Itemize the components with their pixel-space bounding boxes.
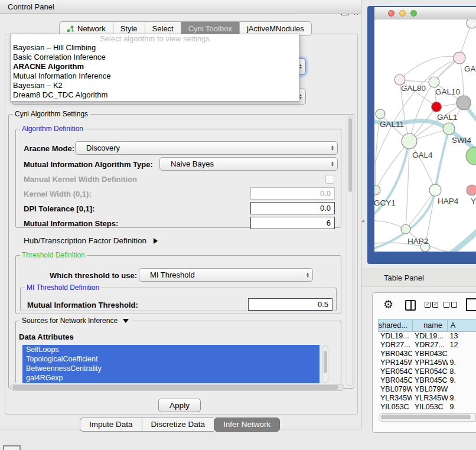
network-canvas[interactable]: GALGAL80GAL10GAL1GAL11SWI4GAL4GCY1HAP4YH… [374,19,476,252]
node-label-gal80: GAL80 [401,84,426,93]
tab-label: jActiveMNodules [247,24,304,33]
aracne-mode-combo[interactable]: Discovery ▲▼ [75,141,338,155]
table-cell: YDR27... [378,341,412,350]
attributes-scroll-thumb[interactable] [324,351,327,373]
algorithm-option-dream8-dc-tdc-algorithm[interactable]: Dream8 DC_TDC Algorithm [11,90,299,100]
network-node-labels: GALGAL80GAL10GAL1GAL11SWI4GAL4GCY1HAP4YH… [374,64,476,246]
threshold-definition-title: Threshold Definition [20,251,87,259]
table-row[interactable]: YER054CYER054C8. [378,367,476,376]
attribute-item-selfloops[interactable]: SelfLoops [22,345,319,354]
table-row[interactable]: YLR345WYLR345W9. [378,394,476,403]
manual-kernel-checkbox[interactable] [325,175,334,184]
combo-arrows-icon: ▲▼ [331,161,334,167]
network-node-hap2[interactable] [401,224,410,234]
algorithm-option-bayesian-k2[interactable]: Bayesian – K2 [11,81,299,90]
table-row[interactable]: YBR045CYBR045C9. [378,376,476,385]
column-header-shared[interactable]: shared... [378,319,412,332]
network-node-gal10[interactable] [429,77,439,87]
settings-horizontal-scrollbar[interactable] [10,384,344,391]
settings-vertical-scrollbar[interactable] [347,116,353,386]
network-window-titlebar[interactable] [374,7,476,20]
attribute-item-gal4rgexp[interactable]: gal4RGexp [22,373,319,383]
mi-threshold-title: MI Threshold Definition [25,283,101,292]
settings-scroll-thumb[interactable] [348,118,352,192]
bottom-tab-infer-network[interactable]: Infer Network [214,418,280,432]
control-panel-title: Control Panel [8,2,54,11]
table-row[interactable]: YBL079WYBL079W [378,385,476,394]
table-row[interactable]: YDL19...YDL19...13 [378,332,476,341]
zoom-traffic-light[interactable] [410,10,417,17]
document-icon[interactable] [466,298,476,311]
node-label-gal4: GAL4 [412,151,433,159]
gear-icon[interactable]: ⚙ [383,298,393,311]
which-threshold-combo[interactable]: MI Threshold ▲▼ [139,268,313,282]
mi-type-combo[interactable]: Naive Bayes ▲▼ [159,157,338,171]
sources-title[interactable]: Sources for Network Inference [20,317,131,325]
algorithm-options-list: Bayesian – Hill ClimbingBasic Correlatio… [11,43,299,100]
dpi-tolerance-field[interactable]: 0.0 [250,202,335,214]
table-cell: YLR345W [378,394,412,403]
kernel-width-field[interactable]: 0.0 [250,187,335,200]
table-cell: YBR045C [412,376,448,385]
column-header-a[interactable]: A [447,319,476,332]
table-row[interactable]: YDR27...YDR27...12 [378,341,476,350]
table-cell: YBR043C [412,350,448,358]
which-threshold-value: MI Threshold [145,270,195,279]
mi-threshold-label: Mutual Information Threshold: [27,301,138,309]
mi-threshold-field[interactable]: 0.5 [248,298,332,311]
network-node[interactable] [457,96,471,110]
control-panel-titlebar[interactable]: Control Panel [0,0,361,14]
network-node-hap4[interactable] [429,184,441,196]
algorithm-option-mutual-information-inference[interactable]: Mutual Information Inference [11,71,299,81]
network-node[interactable] [466,147,476,165]
table-row[interactable]: YPR145WYPR145W9. [378,358,476,367]
close-traffic-light[interactable] [388,10,395,17]
network-node-y[interactable] [467,185,476,195]
algorithm-option-aracne-algorithm[interactable]: ARACNE Algorithm [11,62,299,71]
select-all-checkboxes-icon[interactable]: ✓✓ [425,302,438,308]
mi-steps-field[interactable]: 6 [250,217,335,229]
column-header-name[interactable]: name [412,319,447,332]
settings-hscroll-thumb[interactable] [12,385,338,390]
table-cell: YBL079W [412,385,448,394]
table-cell: YDL19... [412,332,448,341]
table-cell: YDL19... [378,332,412,341]
splitter-arrow-icon[interactable]: ◂ [361,218,364,224]
network-node-gal4[interactable] [402,133,417,149]
attribute-item-betweennesscentrality[interactable]: BetweennessCentrality [22,364,319,373]
network-node-gcy1[interactable] [374,185,380,195]
table-cell: 12 [448,341,476,350]
network-node[interactable] [467,19,476,28]
attributes-scrollbar[interactable] [322,345,328,383]
algorithm-option-basic-correlation-inference[interactable]: Basic Correlation Inference [11,53,299,62]
bottom-tab-bar: Impute DataDiscretize DataInfer Network [80,418,280,431]
attribute-item-topologicalcoefficient[interactable]: TopologicalCoefficient [22,354,319,364]
combo-arrows-icon: ▲▼ [331,145,334,151]
tab-label: Style [120,24,138,33]
aracne-mode-label: Aracne Mode: [24,144,74,153]
table-row[interactable]: YIL053CYIL053C9. [378,403,476,410]
algorithm-dropdown-popup: Select algorithm to view settings Bayesi… [10,34,299,102]
network-node-gal[interactable] [454,52,465,64]
column-layout-icon[interactable] [405,300,416,311]
algorithm-option-bayesian-hill-climbing[interactable]: Bayesian – Hill Climbing [11,43,299,53]
bottom-tab-impute-data[interactable]: Impute Data [80,418,142,432]
table-row[interactable]: YBR043CYBR043C [378,350,476,358]
which-threshold-label: Which threshold to use: [50,271,137,280]
network-node-swi4[interactable] [443,123,455,135]
bottom-tab-discretize-data[interactable]: Discretize Data [142,418,214,432]
table-hscroll-thumb[interactable] [381,415,471,419]
minimize-traffic-light[interactable] [399,10,406,17]
data-attributes-label: Data Attributes [19,332,74,341]
algorithm-definition-title: Algorithm Definition [20,125,85,133]
deselect-checkboxes-icon[interactable] [444,302,457,308]
network-node-gal1[interactable] [432,102,442,112]
hub-definition-toggle[interactable]: Hub/Transcription Factor Definition [24,236,158,245]
hub-definition-label: Hub/Transcription Factor Definition [24,236,146,245]
network-node-gal11[interactable] [376,109,385,119]
table-cell: YBL079W [378,385,412,394]
apply-button[interactable]: Apply [158,399,201,412]
node-label-y: Y [471,197,476,206]
corner-widget [3,445,21,450]
network-icon [67,25,74,32]
